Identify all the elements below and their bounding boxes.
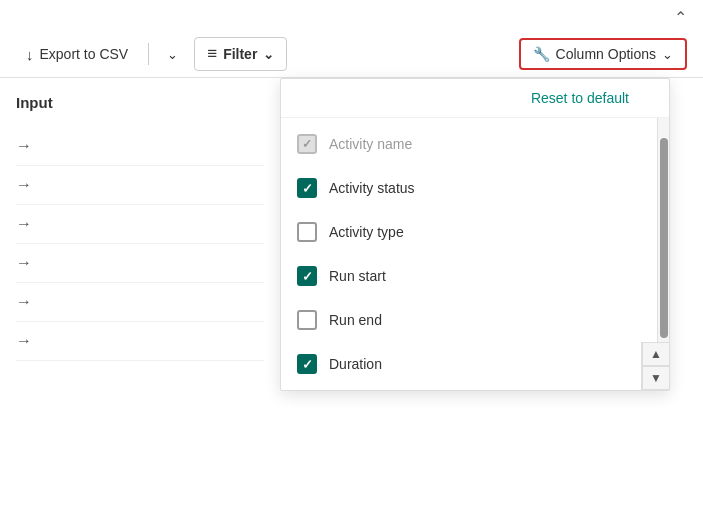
option-run-start[interactable]: Run start	[281, 254, 669, 298]
left-panel: Input → → → → → →	[0, 78, 280, 489]
list-item: →	[16, 127, 264, 166]
list-item: →	[16, 205, 264, 244]
filter-button[interactable]: ≡ Filter ⌄	[194, 37, 287, 71]
column-options-button[interactable]: 🔧 Column Options ⌄	[519, 38, 687, 70]
options-list: ✓ Activity name Activity status Activity…	[281, 118, 669, 390]
option-label-run-start: Run start	[329, 268, 386, 284]
option-label-activity-type: Activity type	[329, 224, 404, 240]
check-icon: ✓	[302, 137, 312, 151]
row-arrow-icon: →	[16, 293, 32, 311]
reset-to-default-link[interactable]: Reset to default	[531, 90, 629, 106]
main-content: Input → → → → → → Reset to default	[0, 78, 703, 489]
export-csv-button[interactable]: ↓ Export to CSV	[16, 40, 138, 69]
section-title: Input	[16, 94, 264, 111]
row-arrow-icon: →	[16, 215, 32, 233]
option-activity-type[interactable]: Activity type	[281, 210, 669, 254]
wrench-icon: 🔧	[533, 46, 550, 62]
scroll-up-arrow[interactable]: ▲	[642, 342, 670, 366]
column-options-chevron-icon: ⌄	[662, 47, 673, 62]
row-arrow-icon: →	[16, 137, 32, 155]
export-label: Export to CSV	[40, 46, 129, 62]
download-icon: ↓	[26, 46, 34, 63]
column-options-label: Column Options	[556, 46, 656, 62]
export-dropdown-button[interactable]: ⌄	[159, 41, 186, 68]
scroll-down-arrow[interactable]: ▼	[642, 366, 670, 390]
list-item: →	[16, 322, 264, 361]
toolbar: ↓ Export to CSV ⌄ ≡ Filter ⌄ 🔧 Column Op…	[0, 31, 703, 78]
checkbox-run-end[interactable]	[297, 310, 317, 330]
checkbox-activity-name[interactable]: ✓	[297, 134, 317, 154]
list-item: →	[16, 166, 264, 205]
collapse-chevron-button[interactable]: ⌃	[674, 8, 687, 27]
filter-chevron-icon: ⌄	[263, 47, 274, 62]
list-item: →	[16, 283, 264, 322]
checkbox-run-start[interactable]	[297, 266, 317, 286]
reset-link-container: Reset to default	[281, 79, 669, 118]
scrollbar-thumb[interactable]	[660, 138, 668, 338]
filter-label: Filter	[223, 46, 257, 62]
option-activity-name[interactable]: ✓ Activity name	[281, 122, 669, 166]
export-chevron-icon: ⌄	[167, 47, 178, 62]
option-label-activity-status: Activity status	[329, 180, 415, 196]
checkbox-activity-status[interactable]	[297, 178, 317, 198]
filter-icon: ≡	[207, 44, 217, 64]
option-label-activity-name: Activity name	[329, 136, 412, 152]
option-duration[interactable]: Duration	[281, 342, 669, 386]
option-label-run-end: Run end	[329, 312, 382, 328]
list-item: →	[16, 244, 264, 283]
option-run-end[interactable]: Run end	[281, 298, 669, 342]
row-arrow-icon: →	[16, 254, 32, 272]
column-options-dropdown: Reset to default ✓ Activity name Activit…	[280, 78, 670, 391]
scroll-arrows: ▲ ▼	[641, 342, 669, 390]
option-activity-status[interactable]: Activity status	[281, 166, 669, 210]
toolbar-divider	[148, 43, 149, 65]
checkbox-duration[interactable]	[297, 354, 317, 374]
chevron-up-icon: ⌃	[674, 9, 687, 26]
option-label-duration: Duration	[329, 356, 382, 372]
row-arrow-icon: →	[16, 176, 32, 194]
row-arrow-icon: →	[16, 332, 32, 350]
checkbox-activity-type[interactable]	[297, 222, 317, 242]
